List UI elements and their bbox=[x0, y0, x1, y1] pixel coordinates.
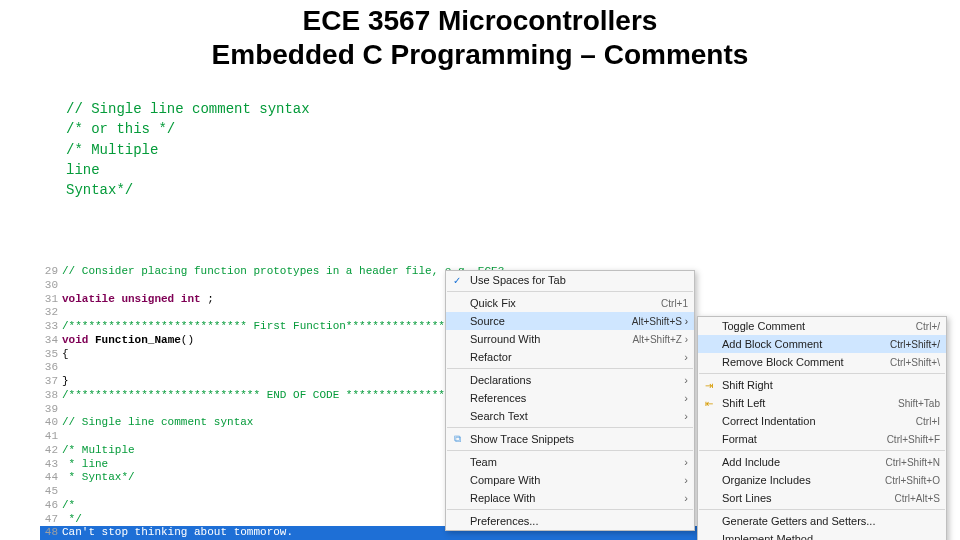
source-submenu-item[interactable]: Correct IndentationCtrl+I bbox=[698, 412, 946, 430]
source-submenu-item[interactable]: Sort LinesCtrl+Alt+S bbox=[698, 489, 946, 507]
context-menu-item[interactable]: Declarations bbox=[446, 371, 694, 389]
menu-separator bbox=[447, 450, 693, 451]
source-submenu-item[interactable]: Generate Getters and Setters... bbox=[698, 512, 946, 530]
code-line: /* Multiple bbox=[66, 140, 960, 160]
menu-item-label: Shift Left bbox=[722, 397, 888, 409]
source-submenu: Toggle CommentCtrl+/Add Block CommentCtr… bbox=[697, 316, 947, 540]
context-menu-item[interactable]: Replace With bbox=[446, 489, 694, 507]
code-text: volatile unsigned int ; bbox=[62, 293, 214, 307]
line-number: 39 bbox=[40, 403, 62, 417]
menu-item-label: Refactor bbox=[470, 351, 676, 363]
menu-item-accelerator: Alt+Shift+Z › bbox=[622, 334, 688, 345]
example-code-block: // Single line comment syntax /* or this… bbox=[66, 99, 960, 200]
menu-item-label: Organize Includes bbox=[722, 474, 875, 486]
menu-item-label: Sort Lines bbox=[722, 492, 884, 504]
menu-separator bbox=[699, 373, 945, 374]
source-submenu-item[interactable]: Remove Block CommentCtrl+Shift+\ bbox=[698, 353, 946, 371]
menu-separator bbox=[447, 509, 693, 510]
context-menu-item[interactable]: ✓Use Spaces for Tab bbox=[446, 271, 694, 289]
source-submenu-item[interactable]: ⇤Shift LeftShift+Tab bbox=[698, 394, 946, 412]
menu-item-label: Preferences... bbox=[470, 515, 688, 527]
line-number: 31 bbox=[40, 293, 62, 307]
context-menu-item[interactable]: Surround WithAlt+Shift+Z › bbox=[446, 330, 694, 348]
source-submenu-item[interactable]: FormatCtrl+Shift+F bbox=[698, 430, 946, 448]
code-text bbox=[62, 361, 69, 375]
menu-item-label: Add Include bbox=[722, 456, 876, 468]
line-number: 30 bbox=[40, 279, 62, 293]
menu-item-label: Search Text bbox=[470, 410, 676, 422]
context-menu-item[interactable]: References bbox=[446, 389, 694, 407]
line-number: 47 bbox=[40, 513, 62, 527]
menu-separator bbox=[699, 509, 945, 510]
menu-separator bbox=[447, 427, 693, 428]
menu-item-label: Compare With bbox=[470, 474, 676, 486]
context-menu-item[interactable]: SourceAlt+Shift+S › bbox=[446, 312, 694, 330]
source-submenu-item[interactable]: Organize IncludesCtrl+Shift+O bbox=[698, 471, 946, 489]
menu-item-label: Surround With bbox=[470, 333, 622, 345]
line-number: 45 bbox=[40, 485, 62, 499]
menu-item-accelerator: Alt+Shift+S › bbox=[622, 316, 688, 327]
menu-item-accelerator: Ctrl+Shift+\ bbox=[880, 357, 940, 368]
menu-separator bbox=[447, 291, 693, 292]
menu-item-label: References bbox=[470, 392, 676, 404]
code-text bbox=[62, 430, 69, 444]
menu-item-label: Show Trace Snippets bbox=[470, 433, 688, 445]
line-number: 36 bbox=[40, 361, 62, 375]
line-number: 44 bbox=[40, 471, 62, 485]
context-menu-item[interactable]: Compare With bbox=[446, 471, 694, 489]
context-menu-item[interactable]: Quick FixCtrl+1 bbox=[446, 294, 694, 312]
line-number: 43 bbox=[40, 458, 62, 472]
line-number: 35 bbox=[40, 348, 62, 362]
code-text: void Function_Name() bbox=[62, 334, 194, 348]
line-number: 34 bbox=[40, 334, 62, 348]
source-submenu-item[interactable]: ⇥Shift Right bbox=[698, 376, 946, 394]
menu-item-label: Replace With bbox=[470, 492, 676, 504]
line-number: 48 bbox=[40, 526, 62, 540]
menu-item-label: Toggle Comment bbox=[722, 320, 906, 332]
menu-item-accelerator: Ctrl+1 bbox=[651, 298, 688, 309]
context-menu-item[interactable]: Refactor bbox=[446, 348, 694, 366]
menu-item-accelerator: Ctrl+Alt+S bbox=[884, 493, 940, 504]
line-number: 46 bbox=[40, 499, 62, 513]
slide-title: ECE 3567 Microcontrollers Embedded C Pro… bbox=[0, 0, 960, 71]
shift-right-icon: ⇥ bbox=[702, 380, 716, 391]
context-menu: ✓Use Spaces for TabQuick FixCtrl+1Source… bbox=[445, 270, 695, 531]
code-line: // Single line comment syntax bbox=[66, 99, 960, 119]
menu-item-accelerator: Shift+Tab bbox=[888, 398, 940, 409]
context-menu-item[interactable]: ⧉Show Trace Snippets bbox=[446, 430, 694, 448]
menu-item-label: Declarations bbox=[470, 374, 676, 386]
source-submenu-item[interactable]: Add IncludeCtrl+Shift+N bbox=[698, 453, 946, 471]
context-menu-item[interactable]: Team bbox=[446, 453, 694, 471]
menu-item-label: Team bbox=[470, 456, 676, 468]
source-submenu-item[interactable]: Add Block CommentCtrl+Shift+/ bbox=[698, 335, 946, 353]
code-text: */ bbox=[62, 513, 82, 527]
menu-item-accelerator: Ctrl+Shift+/ bbox=[880, 339, 940, 350]
menu-item-label: Use Spaces for Tab bbox=[470, 274, 688, 286]
menu-item-label: Implement Method... bbox=[722, 533, 940, 540]
code-text: } bbox=[62, 375, 69, 389]
context-menu-item[interactable]: Preferences... bbox=[446, 512, 694, 530]
source-submenu-item[interactable]: Implement Method... bbox=[698, 530, 946, 540]
trace-icon: ⧉ bbox=[450, 433, 464, 445]
line-number: 32 bbox=[40, 306, 62, 320]
line-number: 29 bbox=[40, 265, 62, 279]
code-text: // Single line comment syntax bbox=[62, 416, 253, 430]
menu-item-label: Source bbox=[470, 315, 622, 327]
menu-item-accelerator: Ctrl+Shift+F bbox=[877, 434, 940, 445]
code-line: Syntax*/ bbox=[66, 180, 960, 200]
code-text: /* Multiple bbox=[62, 444, 135, 458]
menu-item-label: Add Block Comment bbox=[722, 338, 880, 350]
code-text: { bbox=[62, 348, 69, 362]
line-number: 33 bbox=[40, 320, 62, 334]
menu-item-label: Shift Right bbox=[722, 379, 940, 391]
context-menu-item[interactable]: Search Text bbox=[446, 407, 694, 425]
code-text bbox=[62, 403, 69, 417]
menu-item-label: Quick Fix bbox=[470, 297, 651, 309]
code-line: line bbox=[66, 160, 960, 180]
code-text: Can't stop thinking about tommorow. bbox=[62, 526, 293, 540]
code-text: * Syntax*/ bbox=[62, 471, 135, 485]
code-text: // Consider placing function prototypes … bbox=[62, 265, 504, 279]
menu-item-label: Generate Getters and Setters... bbox=[722, 515, 940, 527]
line-number: 42 bbox=[40, 444, 62, 458]
source-submenu-item[interactable]: Toggle CommentCtrl+/ bbox=[698, 317, 946, 335]
